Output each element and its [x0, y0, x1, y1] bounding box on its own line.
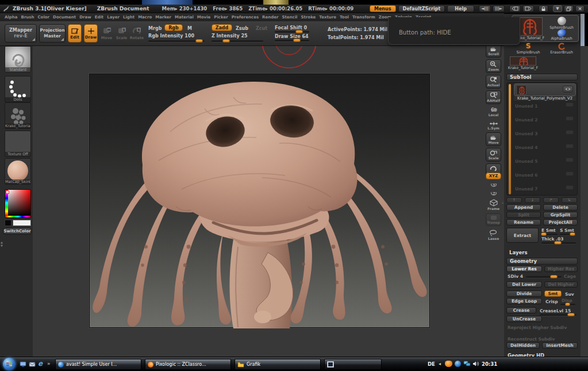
- projectall-button[interactable]: ProjectAll: [543, 219, 578, 225]
- subtool-eye-slot[interactable]: [566, 185, 574, 190]
- divider-right-icon[interactable]: |||►: [493, 5, 505, 12]
- del-higher-button[interactable]: Del Higher: [544, 281, 578, 288]
- quicklaunch-mail-icon[interactable]: [29, 361, 36, 368]
- quicklaunch-ie-icon[interactable]: e: [38, 359, 43, 368]
- shelf-local-button[interactable]: 6 Local: [486, 106, 501, 117]
- current-stroke-thumbnail[interactable]: Dots: [5, 76, 31, 102]
- subtool-down-button[interactable]: ↓: [525, 197, 540, 203]
- subtool-scrollbar[interactable]: [509, 84, 511, 194]
- subtool-unused-item[interactable]: Unused 5: [515, 159, 538, 164]
- shelf-frame-button[interactable]: Frame: [486, 198, 501, 212]
- left-tray-handle[interactable]: ▲▼: [0, 240, 3, 258]
- current-brush-thumbnail[interactable]: Standard: [5, 46, 31, 72]
- crisp-button[interactable]: Crisp: [545, 299, 558, 304]
- menu-macro[interactable]: Macro: [138, 15, 152, 20]
- subtool-moveup-button[interactable]: ↱: [543, 197, 559, 203]
- insertmesh-button[interactable]: InsertMesh: [542, 342, 578, 349]
- minimize-icon[interactable]: ▼: [553, 5, 562, 12]
- edge-loop-button[interactable]: Edge Loop: [506, 298, 542, 304]
- menu-tool[interactable]: Tool: [340, 15, 349, 20]
- shelf-aahalf-button[interactable]: AAHalf: [486, 90, 501, 104]
- start-button[interactable]: [3, 358, 16, 370]
- suv-button[interactable]: Suv: [565, 292, 574, 297]
- menu-brush[interactable]: Brush: [21, 15, 34, 20]
- m-button[interactable]: M: [187, 26, 192, 31]
- menu-light[interactable]: Light: [123, 15, 134, 20]
- edit-button[interactable]: Edit: [68, 24, 82, 43]
- uncrease-button[interactable]: UnCrease: [506, 316, 542, 322]
- scale-button[interactable]: S Scale: [115, 24, 128, 43]
- menus-button[interactable]: Menus: [370, 5, 396, 12]
- menu-preferences[interactable]: Preferences: [232, 15, 259, 20]
- current-material-thumbnail[interactable]: MatCap_Skin01: [5, 158, 31, 185]
- extract-button[interactable]: Extract: [506, 228, 539, 243]
- subtool-eye-slot[interactable]: [566, 158, 574, 162]
- mrgb-button[interactable]: Mrgb: [148, 26, 162, 31]
- shelf-actual-button[interactable]: Actual: [486, 75, 501, 89]
- split-button[interactable]: Split: [506, 212, 541, 218]
- shelf-lsym-button[interactable]: L.Sym: [486, 120, 501, 131]
- subtool-eye-slot[interactable]: [566, 130, 574, 135]
- crease-lvl-label[interactable]: CreaseLvl 15: [540, 308, 571, 313]
- delete-button[interactable]: Delete: [543, 204, 578, 211]
- current-texture-thumbnail[interactable]: Texture Off: [5, 131, 31, 157]
- higher-res-button[interactable]: Higher Res: [544, 266, 578, 272]
- tray-volume-icon[interactable]: [472, 361, 479, 367]
- projection-master-button[interactable]: ProjectionMaster: [39, 24, 66, 43]
- task-pixologic[interactable]: Pixologic :: ZClassro...: [145, 359, 231, 370]
- color-picker[interactable]: [5, 189, 31, 218]
- subtool-eye-slot[interactable]: [566, 171, 574, 176]
- menu-document[interactable]: Document: [53, 15, 76, 20]
- zcut-button[interactable]: Zcut: [256, 26, 267, 31]
- rename-button[interactable]: Rename: [506, 219, 541, 225]
- tray-avast-icon[interactable]: [445, 361, 452, 367]
- task-grafik[interactable]: Grafik: [235, 359, 321, 370]
- default-zscript-button[interactable]: DefaultZScript: [398, 5, 445, 12]
- ssmt-slider[interactable]: [560, 234, 576, 235]
- alpha-brush[interactable]: AlphaBrush: [547, 29, 577, 41]
- switch-color-button[interactable]: SwitchColor: [3, 228, 32, 235]
- crease-lvl-slider[interactable]: [540, 314, 577, 316]
- draw-button[interactable]: Draw: [84, 24, 98, 43]
- sdiv-slider-label[interactable]: SDiv 4: [508, 274, 523, 279]
- hue-strip-horizontal[interactable]: [5, 216, 30, 218]
- subtool-eye-icon[interactable]: [563, 86, 573, 93]
- help-button[interactable]: Help: [447, 5, 474, 12]
- focal-shift-slider[interactable]: [275, 31, 309, 33]
- task-avast[interactable]: avast! Simple User I...: [55, 359, 141, 370]
- menu-picker[interactable]: Picker: [214, 15, 228, 20]
- shelf-xyz-button[interactable]: XYZ: [486, 173, 501, 179]
- saturation-square[interactable]: [8, 190, 30, 216]
- current-tool[interactable]: Krake_Tutorial_F: [509, 56, 537, 70]
- menu-transform[interactable]: Transform: [352, 15, 375, 20]
- task-untitled[interactable]: [324, 359, 382, 370]
- lower-res-button[interactable]: Lower Res: [506, 266, 542, 272]
- tray-app-icon[interactable]: [455, 361, 461, 367]
- menu-render[interactable]: Render: [262, 15, 278, 20]
- menu-marker[interactable]: Marker: [155, 15, 171, 20]
- divider-left-icon[interactable]: ◄|||: [479, 5, 491, 12]
- shelf-move-button[interactable]: Move: [486, 132, 501, 146]
- language-indicator[interactable]: DE: [428, 361, 435, 367]
- menu-movie[interactable]: Movie: [197, 15, 211, 20]
- subtool-movedown-button[interactable]: ↳: [562, 197, 577, 203]
- doc-next-icon[interactable]: [522, 5, 534, 12]
- geometry-header[interactable]: Geometry: [506, 258, 578, 265]
- move-button[interactable]: M Move: [100, 24, 113, 43]
- subtool-eye-slot[interactable]: [566, 102, 574, 107]
- eraser-brush[interactable]: EraserBrush: [545, 43, 578, 55]
- shelf-transp-button[interactable]: Transp: [486, 213, 501, 226]
- smt-button[interactable]: Smt: [544, 290, 562, 297]
- zmapper-button[interactable]: ZMapperrev-E: [5, 24, 37, 43]
- menu-stencil[interactable]: Stencil: [282, 15, 297, 20]
- shelf-scale-button[interactable]: Scale: [486, 148, 501, 162]
- esmt-slider[interactable]: [541, 234, 558, 235]
- divide-button[interactable]: Divide: [506, 290, 542, 297]
- shelf-y-button[interactable]: Y: [486, 181, 501, 189]
- subtool-header[interactable]: SubTool: [506, 74, 578, 81]
- quicklaunch-chevron[interactable]: »: [47, 361, 51, 366]
- document-canvas[interactable]: [89, 74, 430, 328]
- rgb-intensity-slider[interactable]: [148, 40, 205, 42]
- cage-button[interactable]: Cage: [564, 274, 576, 279]
- delhidden-button[interactable]: DelHidden: [506, 342, 540, 349]
